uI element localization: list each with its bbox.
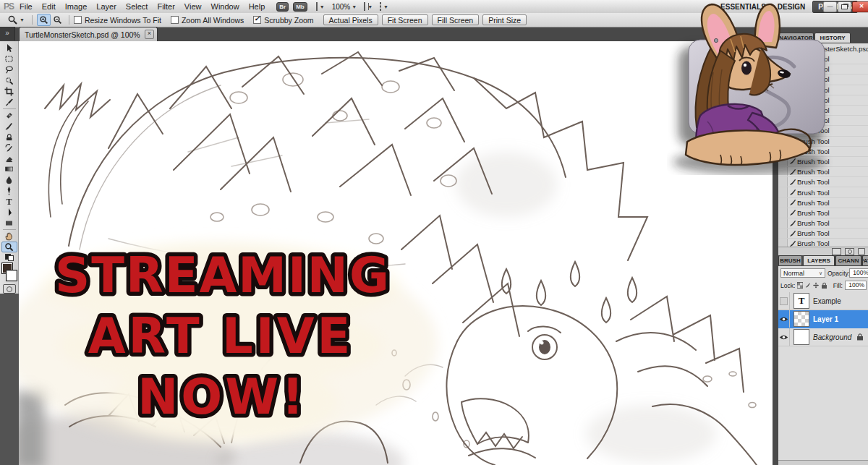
visibility-toggle[interactable] [778,310,790,328]
zoom-in-button[interactable] [37,14,51,26]
actual-pixels-button[interactable]: Actual Pixels [323,14,378,25]
background-color-swatch[interactable] [6,270,17,281]
history-source-cell[interactable] [778,85,788,95]
document-canvas[interactable]: STREAMING ART LIVE NOW! [19,41,773,465]
brush-tool[interactable] [1,121,17,132]
layer-row-layer1[interactable]: Layer 1 [778,310,868,328]
launch-mini-bridge-button[interactable]: Mb [293,2,307,12]
visibility-toggle[interactable] [778,292,790,310]
menu-filter[interactable]: Filter [157,2,174,11]
menu-file[interactable]: File [20,2,33,11]
history-entry[interactable]: Brush Tool [778,177,868,187]
pen-tool[interactable] [1,185,17,196]
tab-layers[interactable]: LAYERS [803,255,835,266]
rectangle-shape-tool[interactable] [1,218,17,229]
screen-mode-icon[interactable] [380,2,381,11]
print-size-button[interactable]: Print Size [482,14,527,25]
zoom-tool[interactable] [1,242,17,252]
layer-row-background[interactable]: Background [778,328,868,346]
lock-transparency-icon[interactable] [797,282,803,289]
workspace-essentials[interactable]: ESSENTIALS [720,3,766,11]
blend-mode-select[interactable]: Normal ∨ [780,268,825,278]
delete-state-icon[interactable] [858,248,865,255]
history-source-cell[interactable] [778,64,788,74]
history-source-cell[interactable] [778,106,788,115]
history-source-cell[interactable] [778,218,788,228]
options-checkbox[interactable]: Zoom All Windows [171,16,244,25]
history-source-cell[interactable] [778,167,788,176]
history-source-cell[interactable] [778,147,788,156]
history-source-cell[interactable] [778,187,788,197]
menu-help[interactable]: Help [249,2,265,11]
lasso-tool[interactable] [1,64,17,75]
launch-bridge-button[interactable]: Br [276,2,289,12]
layer-thumbnail[interactable] [793,329,809,345]
lock-all-icon[interactable] [822,282,827,289]
history-entry[interactable]: Brush Tool [778,74,868,85]
tab-navigator[interactable]: NAVIGATOR [778,33,814,43]
history-entry[interactable]: Brush Tool [778,198,868,208]
default-colors-icon[interactable] [5,254,14,261]
tab-history[interactable]: HISTORY [814,33,851,43]
tab-paths[interactable]: PATHS [862,255,868,266]
view-extras-icon[interactable] [316,2,318,11]
history-source-cell[interactable] [778,54,788,64]
tab-brush[interactable]: BRUSH [778,255,802,266]
tab-channels[interactable]: CHANN [835,255,861,266]
layer-row-example[interactable]: T Example [778,292,868,310]
new-document-from-state-icon[interactable] [832,248,841,255]
history-entry[interactable]: Brush Tool [778,85,868,95]
restore-button[interactable] [838,1,851,12]
menu-layer[interactable]: Layer [96,2,116,11]
minimize-button[interactable]: — [823,1,837,12]
close-button[interactable]: ✕ [852,1,868,12]
menu-image[interactable]: Image [65,2,88,11]
zoom-out-button[interactable] [51,14,64,26]
healing-brush-tool[interactable] [1,110,17,121]
fill-screen-button[interactable]: Fill Screen [432,14,480,25]
workspace-design[interactable]: DESIGN [778,3,805,11]
chevron-down-icon[interactable]: ▼ [352,4,357,9]
history-source-cell[interactable] [778,229,788,238]
history-entry[interactable]: Brush Tool [778,239,868,247]
history-document-state[interactable]: TurtleMonsterSketch.psd [778,43,868,54]
clone-stamp-tool[interactable] [1,132,17,142]
layer-thumbnail[interactable] [793,311,809,327]
menu-edit[interactable]: Edit [42,2,56,11]
blur-tool[interactable] [1,174,17,185]
history-source-cell[interactable] [778,198,788,208]
lock-pixels-icon[interactable] [805,282,811,289]
new-snapshot-icon[interactable] [845,248,854,255]
opacity-value[interactable]: 100% [849,268,868,278]
gradient-tool[interactable] [1,163,17,174]
history-entry[interactable]: Brush Tool [778,167,868,177]
quick-mask-button[interactable] [3,284,16,294]
menu-view[interactable]: View [184,2,202,11]
history-entry[interactable]: Brush Tool [778,54,868,64]
history-entry[interactable]: Brush Tool [778,137,868,147]
history-entry[interactable]: Brush Tool [778,106,868,116]
fit-screen-button[interactable]: Fit Screen [382,14,428,25]
rectangular-marquee-tool[interactable] [1,54,17,64]
tools-dock-chevron[interactable]: » [0,27,15,40]
chevron-down-icon[interactable]: ▼ [383,4,388,9]
active-tool-badge[interactable]: ▼ [7,14,27,25]
history-source-cell[interactable] [778,208,788,218]
eyedropper-tool[interactable] [1,97,17,108]
options-checkbox[interactable]: Resize Windows To Fit [74,16,161,25]
history-source-cell[interactable] [778,95,788,105]
type-tool[interactable]: T [1,196,17,207]
history-source-cell[interactable] [778,239,788,247]
chevron-down-icon[interactable]: ▼ [320,4,325,9]
history-entry[interactable]: Brush Tool [778,147,868,157]
history-entry[interactable]: Brush Tool [778,218,868,229]
lock-position-icon[interactable] [813,282,819,289]
history-source-cell[interactable] [778,157,788,166]
history-entry[interactable]: Brush Tool [778,187,868,197]
history-entry[interactable]: Brush Tool [778,95,868,106]
history-entry[interactable]: Brush Tool [778,208,868,218]
close-icon[interactable]: × [145,30,154,39]
visibility-toggle[interactable] [778,328,790,346]
history-source-cell[interactable] [778,126,788,135]
history-entry[interactable]: Brush Tool [778,229,868,239]
